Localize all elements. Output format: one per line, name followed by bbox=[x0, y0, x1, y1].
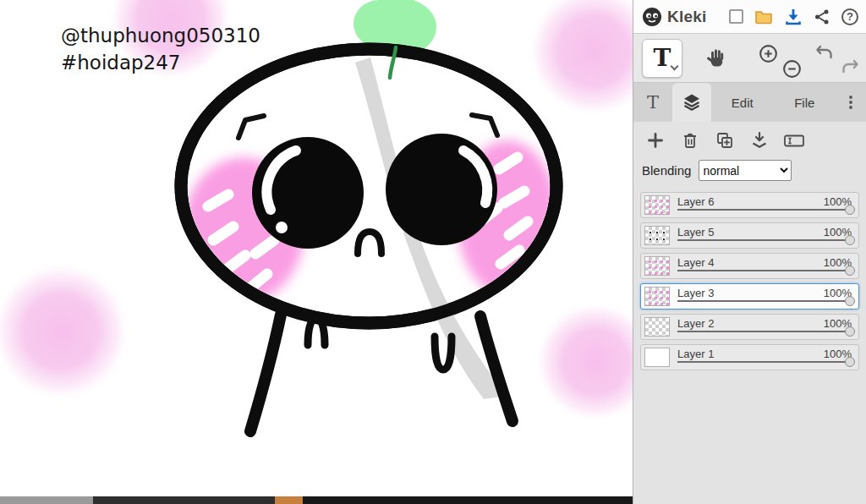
layers-icon bbox=[682, 92, 702, 112]
text-tool-button[interactable]: T bbox=[642, 39, 682, 78]
redo-icon bbox=[840, 58, 860, 76]
blending-row: Blending normal bbox=[633, 154, 866, 187]
new-image-icon bbox=[729, 9, 743, 24]
opacity-slider-track[interactable] bbox=[677, 361, 848, 363]
drawing-canvas[interactable]: @thuphuong050310 #hoidap247 bbox=[0, 0, 633, 504]
chevron-down-icon bbox=[671, 63, 679, 71]
zoom-out-button[interactable] bbox=[781, 58, 803, 79]
undo-icon bbox=[814, 43, 835, 62]
tab-edit[interactable]: Edit bbox=[711, 83, 774, 122]
layer-name: Layer 1 bbox=[677, 348, 714, 360]
canvas-text-hashtag: #hoidap247 bbox=[61, 52, 181, 74]
rename-layer-button[interactable] bbox=[781, 129, 808, 152]
opacity-slider-track[interactable] bbox=[677, 270, 848, 271]
strip-segment bbox=[93, 496, 275, 504]
opacity-slider-handle[interactable] bbox=[845, 326, 855, 337]
text-tab-icon: T bbox=[647, 92, 659, 112]
plus-icon bbox=[646, 131, 665, 150]
open-file-button[interactable] bbox=[754, 8, 773, 25]
kleki-logo-icon bbox=[641, 6, 663, 28]
zoom-out-icon bbox=[781, 58, 803, 79]
opacity-slider-handle[interactable] bbox=[845, 266, 855, 276]
tab-layers[interactable] bbox=[672, 83, 711, 122]
tab-file-label: File bbox=[794, 96, 814, 110]
topbar-actions: ? bbox=[729, 8, 858, 26]
layer-row[interactable]: Layer 6 100% bbox=[640, 192, 859, 218]
layer-name: Layer 3 bbox=[677, 287, 714, 299]
layer-row[interactable]: Layer 4 100% bbox=[640, 253, 859, 279]
opacity-slider-handle[interactable] bbox=[845, 296, 855, 306]
canvas-bottom-color-strip bbox=[0, 496, 633, 504]
opacity-slider-track[interactable] bbox=[677, 300, 848, 302]
opacity-slider-handle[interactable] bbox=[845, 235, 855, 245]
undo-button[interactable] bbox=[814, 43, 835, 62]
zoom-in-icon bbox=[758, 43, 779, 64]
help-icon: ? bbox=[841, 8, 858, 25]
layer-name: Layer 2 bbox=[677, 317, 714, 330]
vertical-dots-icon bbox=[842, 93, 859, 112]
tab-file[interactable]: File bbox=[774, 83, 836, 122]
folder-icon bbox=[754, 8, 773, 25]
layer-list: Layer 6 100% Layer 5 100% Layer 4 100% bbox=[633, 187, 866, 370]
strip-segment bbox=[303, 496, 633, 504]
opacity-slider-handle[interactable] bbox=[845, 205, 855, 215]
share-icon bbox=[814, 8, 830, 25]
hand-icon bbox=[704, 47, 728, 70]
canvas-text-handle: @thuphuong050310 bbox=[61, 25, 260, 47]
top-bar: Kleki bbox=[633, 0, 866, 34]
strip-segment bbox=[275, 496, 303, 504]
help-button[interactable]: ? bbox=[841, 8, 858, 25]
kleki-brand: Kleki bbox=[641, 6, 706, 28]
opacity-slider-track[interactable] bbox=[677, 239, 848, 241]
layer-thumbnail bbox=[644, 226, 670, 245]
share-button[interactable] bbox=[814, 8, 830, 25]
layer-name: Layer 5 bbox=[677, 226, 714, 238]
layer-thumbnail bbox=[644, 348, 670, 367]
right-panel: Kleki bbox=[633, 0, 866, 504]
layer-thumbnail bbox=[644, 317, 670, 337]
delete-layer-button[interactable] bbox=[677, 129, 704, 152]
layer-row[interactable]: Layer 1 100% bbox=[640, 344, 859, 370]
layer-row[interactable]: Layer 5 100% bbox=[640, 222, 859, 249]
tab-row: T Edit File bbox=[633, 83, 866, 122]
layer-thumbnail bbox=[644, 287, 670, 306]
layer-name: Layer 4 bbox=[677, 256, 714, 269]
duplicate-layer-button[interactable] bbox=[711, 129, 738, 152]
layer-thumbnail bbox=[644, 195, 670, 215]
duplicate-icon bbox=[715, 130, 735, 151]
zoom-in-button[interactable] bbox=[758, 43, 779, 64]
layer-name: Layer 6 bbox=[677, 195, 714, 208]
redo-button[interactable] bbox=[840, 58, 860, 76]
canvas-drawing[interactable]: @thuphuong050310 #hoidap247 bbox=[0, 0, 633, 504]
merge-down-button[interactable] bbox=[746, 129, 773, 152]
brand-title: Kleki bbox=[667, 8, 706, 26]
rename-icon bbox=[783, 132, 805, 149]
opacity-slider-track[interactable] bbox=[677, 209, 848, 211]
trash-icon bbox=[681, 131, 699, 150]
blending-select[interactable]: normal bbox=[699, 160, 792, 181]
strip-segment bbox=[0, 496, 93, 504]
hand-tool-button[interactable] bbox=[696, 39, 737, 78]
tab-edit-label: Edit bbox=[732, 96, 754, 110]
layer-row[interactable]: Layer 3 100% bbox=[640, 283, 859, 310]
opacity-slider-track[interactable] bbox=[677, 331, 848, 332]
layer-row[interactable]: Layer 2 100% bbox=[640, 314, 859, 340]
merge-down-icon bbox=[749, 130, 770, 151]
download-icon bbox=[784, 8, 803, 26]
more-options-button[interactable] bbox=[836, 83, 866, 122]
opacity-slider-handle[interactable] bbox=[845, 357, 855, 367]
blending-label: Blending bbox=[642, 163, 691, 178]
download-button[interactable] bbox=[784, 8, 803, 26]
text-tool-icon: T bbox=[654, 47, 671, 70]
tool-row: T bbox=[633, 34, 866, 83]
new-image-button[interactable] bbox=[729, 9, 743, 24]
layer-actions bbox=[633, 122, 866, 154]
layers-panel: Blending normal Layer 6 100% Layer 5 100… bbox=[633, 122, 866, 504]
layer-thumbnail bbox=[644, 256, 670, 276]
tab-text-settings[interactable]: T bbox=[633, 83, 672, 122]
add-layer-button[interactable] bbox=[642, 129, 669, 152]
